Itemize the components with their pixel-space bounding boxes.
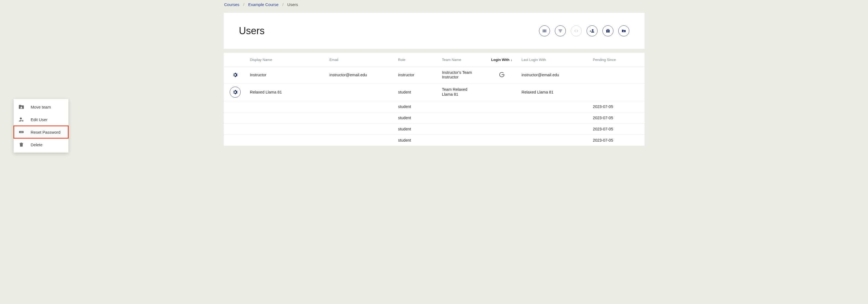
move-team-icon <box>18 104 25 110</box>
cell-display-name: Instructor <box>247 67 326 83</box>
table-row: student 2023-07-05 <box>224 112 645 123</box>
cell-pending-since <box>590 67 645 83</box>
cell-pending-since: 2023-07-05 <box>590 123 645 134</box>
gift-icon <box>606 28 610 33</box>
svg-point-6 <box>592 29 593 31</box>
cell-display-name <box>247 101 326 112</box>
users-table-wrap: Display Name Email Role Team Name Login … <box>224 53 645 146</box>
svg-rect-24 <box>20 143 23 144</box>
embed-icon <box>574 28 579 33</box>
embed-button <box>571 25 582 36</box>
breadcrumb-courses[interactable]: Courses <box>224 2 240 7</box>
cell-last-login-with <box>518 101 590 112</box>
cell-display-name: Relaxed Llama 81 <box>247 83 326 101</box>
gear-icon <box>232 89 238 95</box>
svg-point-13 <box>608 29 609 30</box>
cell-email <box>326 101 395 112</box>
table-row: student 2023-07-05 <box>224 101 645 112</box>
row-settings-button[interactable] <box>230 87 241 98</box>
menu-item-move-team[interactable]: Move team <box>14 101 68 113</box>
cell-team-name <box>439 112 486 123</box>
cell-login-with <box>486 67 518 83</box>
svg-rect-1 <box>544 30 545 33</box>
cell-role: student <box>395 83 439 101</box>
cell-pending-since <box>590 83 645 101</box>
cell-pending-since: 2023-07-05 <box>590 134 645 146</box>
cell-email <box>326 112 395 123</box>
google-icon <box>499 72 505 78</box>
delete-icon <box>18 142 25 146</box>
menu-item-label: Edit User <box>31 117 48 122</box>
cell-display-name <box>247 112 326 123</box>
cell-login-with <box>486 101 518 112</box>
cell-last-login-with <box>518 112 590 123</box>
filter-icon <box>558 28 563 33</box>
menu-item-label: Move team <box>31 105 51 109</box>
cell-email <box>326 83 395 101</box>
svg-point-17 <box>21 107 22 108</box>
gift-button[interactable] <box>602 25 613 36</box>
columns-icon <box>542 28 547 33</box>
columns-button[interactable] <box>539 25 550 36</box>
col-header-login-with[interactable]: Login With↓ <box>486 53 518 67</box>
cell-pending-since: 2023-07-05 <box>590 101 645 112</box>
cell-display-name <box>247 123 326 134</box>
cell-login-with <box>486 112 518 123</box>
table-row: student 2023-07-05 <box>224 134 645 146</box>
cell-team-name <box>439 123 486 134</box>
svg-rect-2 <box>545 30 546 33</box>
add-user-icon <box>590 28 594 33</box>
breadcrumb: Courses / Example Course / Users <box>220 0 648 10</box>
cell-role: student <box>395 134 439 146</box>
table-row: Instructor instructor@email.edu instruct… <box>224 67 645 83</box>
breadcrumb-example-course[interactable]: Example Course <box>248 2 279 7</box>
edit-user-icon <box>18 117 25 122</box>
svg-rect-23 <box>21 143 22 143</box>
cell-role: student <box>395 112 439 123</box>
cell-email <box>326 123 395 134</box>
col-header-last-login-with[interactable]: Last Login With <box>518 53 590 67</box>
cell-login-with <box>486 83 518 101</box>
reset-password-icon: 123 <box>18 129 25 135</box>
col-header-login-with-label: Login With <box>491 58 509 62</box>
page-title: Users <box>239 25 265 37</box>
cell-team-name: Instructor's Team Instructor <box>439 67 486 83</box>
menu-item-label: Delete <box>31 143 42 146</box>
col-header-role[interactable]: Role <box>395 53 439 67</box>
filter-button[interactable] <box>555 25 566 36</box>
cell-role: student <box>395 123 439 134</box>
table-row: student 2023-07-05 <box>224 123 645 134</box>
cell-email: instructor@email.edu <box>326 67 395 83</box>
svg-point-12 <box>607 29 608 30</box>
cell-pending-since: 2023-07-05 <box>590 112 645 123</box>
cell-team-name: Team Relaxed Llama 81 <box>439 83 486 101</box>
table-row: Relaxed Llama 81 student Team Relaxed Ll… <box>224 83 645 101</box>
svg-point-20 <box>22 120 23 121</box>
cell-role: instructor <box>395 67 439 83</box>
cell-login-with <box>486 134 518 146</box>
cell-role: student <box>395 101 439 112</box>
users-table: Display Name Email Role Team Name Login … <box>224 53 645 146</box>
cell-last-login-with: Relaxed Llama 81 <box>518 83 590 101</box>
cell-display-name <box>247 134 326 146</box>
svg-point-18 <box>20 118 22 119</box>
menu-item-delete[interactable]: Delete <box>14 138 68 146</box>
col-header-display-name[interactable]: Display Name <box>247 53 326 67</box>
breadcrumb-sep: / <box>282 2 283 7</box>
col-header-team-name[interactable]: Team Name <box>439 53 486 67</box>
col-header-email[interactable]: Email <box>326 53 395 67</box>
col-header-pending-since[interactable]: Pending Since <box>590 53 645 67</box>
row-settings-button[interactable] <box>231 71 239 79</box>
menu-item-reset-password[interactable]: 123 Reset Password <box>14 126 68 138</box>
add-folder-icon <box>621 28 626 33</box>
gear-icon <box>232 72 238 78</box>
add-folder-button[interactable] <box>618 25 629 36</box>
menu-item-edit-user[interactable]: Edit User <box>14 113 68 126</box>
menu-item-label: Reset Password <box>31 130 60 134</box>
sort-arrow-icon: ↓ <box>510 58 513 62</box>
breadcrumb-sep: / <box>243 2 244 7</box>
page-header: Users <box>224 13 645 49</box>
cell-team-name <box>439 101 486 112</box>
add-user-button[interactable] <box>587 25 597 36</box>
svg-text:123: 123 <box>20 131 23 133</box>
